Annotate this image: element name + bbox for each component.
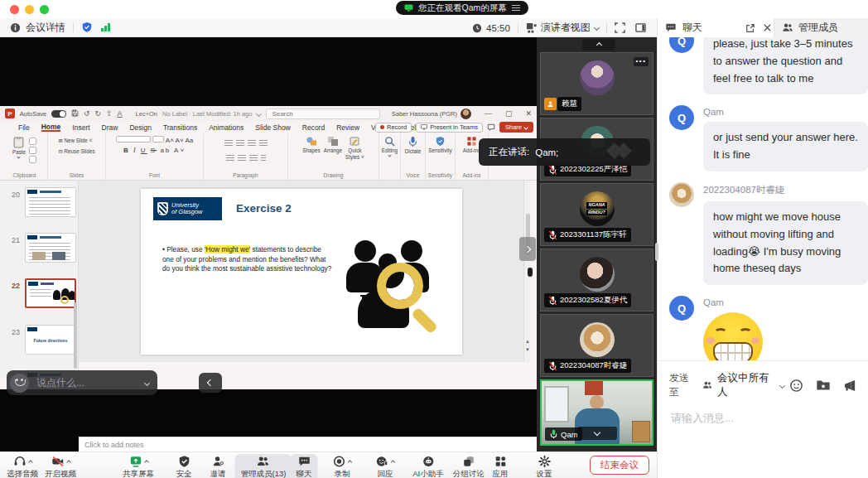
quick-styles-button[interactable]: QuickStyles ˅: [345, 136, 364, 160]
toolbar-chat[interactable]: 聊天: [291, 454, 318, 478]
participants-collapse-button[interactable]: [582, 39, 615, 51]
caret-icon[interactable]: [28, 460, 33, 465]
toolbar-invite[interactable]: 邀请: [205, 454, 232, 478]
view-mode-selector[interactable]: 演讲者视图: [541, 21, 591, 35]
current-slide[interactable]: University of Glasgow Exercise 2 • Pleas…: [141, 189, 462, 355]
present-in-teams-button[interactable]: Present in Teams: [416, 123, 483, 133]
panel-divider-grip[interactable]: [655, 243, 658, 261]
save-icon[interactable]: [71, 109, 79, 118]
toolbar-breakout-rooms[interactable]: 分组讨论: [447, 454, 490, 478]
arrange-button[interactable]: Arrange: [324, 136, 342, 153]
participant-tile[interactable]: 2022302582夏伊代: [540, 249, 653, 311]
message-bubble[interactable]: how might we move house without moving l…: [703, 201, 868, 285]
info-icon[interactable]: [10, 22, 21, 33]
ppt-record-button[interactable]: Record: [375, 123, 412, 133]
ppt-minimize-button[interactable]: —: [485, 109, 492, 118]
ppt-menu-transitions[interactable]: Transitions: [163, 123, 197, 132]
collapse-participants-handle[interactable]: [519, 237, 536, 261]
toolbar-video[interactable]: 开启视频: [39, 454, 82, 478]
caption-input-placeholder[interactable]: 说点什么...: [36, 376, 84, 390]
popout-icon[interactable]: [745, 23, 755, 33]
ppt-doc-meta[interactable]: No Label · Last Modified: 1h ago: [162, 110, 252, 118]
participant-tile[interactable]: NGANARINDU?2023301137陈宇轩: [540, 183, 653, 246]
paste-button[interactable]: Paste: [12, 136, 26, 158]
caret-icon[interactable]: [391, 460, 396, 465]
dictate-button[interactable]: Dictate: [405, 136, 422, 154]
network-signal-icon[interactable]: [101, 23, 110, 31]
message-bubble[interactable]: or just send your answer here. It is fin…: [703, 122, 868, 171]
ppt-doc-title[interactable]: Lec+On: [136, 110, 157, 118]
chevron-down-icon[interactable]: [779, 383, 785, 389]
caret-icon[interactable]: [144, 460, 149, 465]
chat-message-input[interactable]: [669, 411, 851, 425]
redo-icon[interactable]: ↻: [94, 109, 101, 118]
next-slide-icon[interactable]: ▼: [525, 347, 530, 352]
ppt-menu-insert[interactable]: Insert: [72, 123, 89, 132]
chat-tab-label[interactable]: 聊天: [682, 21, 702, 35]
members-panel-tab[interactable]: 管理成员: [774, 18, 868, 37]
ppt-share-button[interactable]: Share: [499, 122, 533, 133]
toolbar-ai-assistant[interactable]: AI小助手: [407, 454, 449, 478]
chevron-down-icon[interactable]: [256, 110, 262, 116]
chevron-down-icon[interactable]: [594, 25, 600, 31]
prev-slide-icon[interactable]: ▲: [525, 339, 530, 344]
mac-close-button[interactable]: [10, 5, 19, 14]
message-bubble[interactable]: please, just take 3–5 minutes to answer …: [703, 37, 868, 94]
font-tool-icon[interactable]: A: [118, 109, 123, 118]
slide-thumbnail-22[interactable]: [25, 278, 76, 308]
ppt-menu-animations[interactable]: Animations: [209, 123, 244, 132]
new-slide-button[interactable]: ⊞ New Slide ˅: [58, 136, 94, 147]
panel-resize-dot[interactable]: [528, 268, 533, 277]
ppt-menu-file[interactable]: File: [18, 123, 30, 132]
file-folder-icon[interactable]: [816, 379, 831, 392]
slide-thumbnail-23[interactable]: Future directions: [25, 325, 76, 355]
reuse-slides-button[interactable]: ⊟ Reuse Slides: [58, 147, 94, 157]
meeting-details-link[interactable]: 会议详情: [26, 21, 65, 35]
ppt-search-input[interactable]: [266, 109, 379, 119]
upload-icon[interactable]: ⇪: [106, 109, 113, 118]
notes-pane[interactable]: Click to add notes: [79, 437, 537, 451]
ppt-menu-home[interactable]: Home: [41, 123, 61, 132]
ppt-account[interactable]: Saber Hassouna (PGR): [392, 109, 471, 119]
thumbnail-scrollbar[interactable]: [74, 302, 77, 369]
collapse-tile-button[interactable]: [577, 427, 617, 440]
ppt-close-button[interactable]: ✕: [525, 109, 532, 118]
emoji-picker-icon[interactable]: [789, 379, 803, 393]
toolbar-record[interactable]: 录制: [327, 454, 358, 478]
side-panel-icon[interactable]: [635, 22, 646, 33]
announcement-icon[interactable]: [843, 379, 857, 392]
mac-zoom-button[interactable]: [40, 5, 49, 14]
participant-tile[interactable]: 2022304087时睿婕: [540, 314, 653, 377]
ppt-menu-review[interactable]: Review: [336, 123, 359, 132]
ppt-restore-button[interactable]: ▢: [505, 109, 513, 118]
chat-message-list[interactable]: Qplease, just take 3–5 minutes to answer…: [658, 37, 868, 360]
participant-tile[interactable]: •••赖慧: [540, 52, 653, 115]
screen-watching-banner[interactable]: 您正在观看Qam的屏幕: [396, 1, 528, 15]
ppt-menu-slide-show[interactable]: Slide Show: [255, 123, 291, 132]
grin-emoji-sticker[interactable]: [703, 312, 763, 360]
caption-quick-bar[interactable]: 说点什么...: [7, 370, 157, 395]
sensitivity-button[interactable]: Sensitivity: [428, 136, 451, 153]
shapes-button[interactable]: Shapes: [302, 136, 320, 153]
toolbar-reaction[interactable]: 回应: [370, 454, 401, 478]
autosave-toggle[interactable]: [51, 110, 66, 118]
notification-menu-icon[interactable]: [512, 5, 520, 11]
participant-tile[interactable]: Qam: [540, 379, 653, 446]
caret-icon[interactable]: [66, 460, 71, 465]
mac-minimize-button[interactable]: [25, 5, 34, 14]
security-shield-icon[interactable]: [81, 22, 93, 33]
toolbar-members[interactable]: 管理成员(13): [235, 454, 292, 478]
audience-selector[interactable]: 会议中所有人: [717, 371, 775, 399]
caret-icon[interactable]: [348, 460, 353, 465]
ppt-menu-design[interactable]: Design: [129, 123, 151, 132]
slide-thumbnail-20[interactable]: [25, 187, 76, 217]
end-meeting-button[interactable]: 结束会议: [590, 456, 649, 475]
ppt-menu-draw[interactable]: Draw: [102, 123, 118, 132]
ppt-menu-record[interactable]: Record: [302, 123, 325, 132]
editing-button[interactable]: Editing: [382, 136, 398, 157]
caption-collapse-button[interactable]: [199, 373, 222, 393]
fullscreen-icon[interactable]: [615, 22, 625, 33]
chevron-down-icon[interactable]: [144, 379, 150, 385]
toolbar-apps[interactable]: 应用: [487, 454, 514, 478]
undo-icon[interactable]: ↺: [84, 109, 90, 118]
